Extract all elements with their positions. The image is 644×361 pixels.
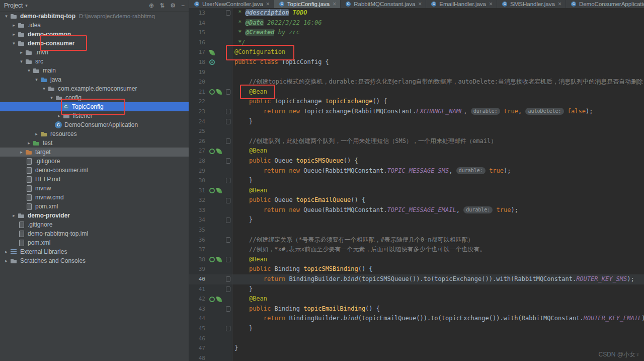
fold-marker-icon[interactable] [226,158,230,164]
line-number[interactable]: 24 [189,117,208,127]
line-number[interactable]: 14 [189,18,208,28]
code-text[interactable]: @Configuration [232,47,285,57]
line-number[interactable]: 32 [189,195,208,205]
spring-gear-icon[interactable] [209,59,215,65]
line-number[interactable]: 20 [189,77,208,87]
tree-item-pom-xml[interactable]: pom.xml [0,202,189,211]
code-text[interactable]: @Bean [232,87,267,97]
editor-tab[interactable]: CRabbitMQConstant.java× [341,0,426,8]
tree-expand-arrow-icon[interactable]: ▸ [11,213,17,218]
editor-tab[interactable]: CTopicConfig.java× [274,0,341,8]
code-text[interactable] [232,126,234,136]
bean-nav-icon[interactable] [209,257,215,262]
bean-nav-icon[interactable] [209,149,215,154]
tree-item-resources[interactable]: ▸resources [0,129,189,138]
line-number[interactable]: 44 [189,314,208,324]
tree-expand-arrow-icon[interactable]: ▸ [33,131,40,136]
line-number[interactable]: 42 [189,294,208,304]
code-text[interactable]: } [232,117,253,127]
editor-tab[interactable]: CSMSHandler.java× [497,0,566,8]
code-text[interactable]: public Queue topicEmailQueue() { [232,195,365,205]
code-text[interactable]: return new Queue(RabbitMQConstant.TOPIC_… [232,166,511,176]
tree-item-pom-xml[interactable]: pom.xml [0,238,189,247]
tree-item-demo-consumer[interactable]: ▾demo-consumer [0,39,189,48]
tree-item-main[interactable]: ▾main [0,66,189,75]
fold-marker-icon[interactable] [226,276,230,282]
editor-tab[interactable]: CEmailHandler.java× [426,0,497,8]
editor-tab[interactable]: CUserNewController.java× [189,0,274,8]
line-number[interactable]: 43 [189,304,208,314]
code-text[interactable]: @Bean [232,146,267,156]
fold-marker-icon[interactable] [226,89,230,95]
code-text[interactable]: //例如，*x#,表示x前面至少要有一个元素，后面可以随便有多少个也可以一个也没… [232,245,486,255]
tab-close-icon[interactable]: × [489,1,493,8]
tab-close-icon[interactable]: × [333,1,336,8]
chevron-down-icon[interactable]: ▾ [25,3,28,8]
fold-marker-icon[interactable] [226,306,230,312]
code-text[interactable]: public Binding topicEmailBinding() { [232,304,380,314]
code-text[interactable]: } [232,324,253,334]
line-number[interactable]: 38 [189,255,208,265]
spring-leaf-icon[interactable] [216,149,222,154]
tree-expand-arrow-icon[interactable]: ▾ [3,14,10,19]
spring-leaf-icon[interactable] [216,297,222,302]
hide-panel-icon[interactable]: − [181,2,185,9]
tree-item-demo-provider[interactable]: ▸demo-provider [0,211,189,220]
tree-item-demo-common[interactable]: ▸demo-common [0,30,189,39]
fold-marker-icon[interactable] [226,10,230,16]
fold-marker-icon[interactable] [226,198,230,203]
code-text[interactable]: @Bean [232,186,267,196]
code-text[interactable]: * @Date 2022/3/22 16:06 [232,18,321,28]
code-text[interactable]: //创建绑定关系（*号表示必须要有一个相匹配，#表示随便几个0-n都可以相匹配） [232,235,473,245]
code-text[interactable]: * @Created by zrc [232,28,300,38]
fold-marker-icon[interactable] [226,178,230,183]
line-number[interactable]: 22 [189,97,208,107]
line-number[interactable]: 48 [189,353,208,361]
line-number[interactable]: 41 [189,284,208,295]
line-number[interactable]: 15 [189,28,208,38]
code-text[interactable]: @Bean [232,255,267,265]
tree-item-mvnw-cmd[interactable]: mvnw.cmd [0,193,189,202]
code-text[interactable]: public Binding topicSMSBinding() { [232,264,373,274]
code-text[interactable]: } [232,215,253,225]
fold-marker-icon[interactable] [226,286,230,292]
tree-expand-arrow-icon[interactable]: ▾ [41,86,47,91]
tree-item--idea[interactable]: ▸.idea [0,21,189,30]
tree-item-demo-rabbitmq-top[interactable]: ▾demo-rabbitmq-topD:\javaproject\demo-ra… [0,12,189,21]
fold-marker-icon[interactable] [226,218,230,223]
line-number[interactable]: 27 [189,146,208,156]
tree-item-scratches-and-consoles[interactable]: ▸Scratches and Consoles [0,256,189,265]
line-number[interactable]: 25 [189,126,208,136]
fold-marker-icon[interactable] [226,119,230,124]
code-text[interactable]: } [232,176,253,186]
tree-item-topicconfig[interactable]: CTopicConfig [0,102,189,111]
line-number[interactable]: 17 [189,47,208,57]
tree-item-listener[interactable]: ▸listener [0,111,189,120]
tree-item--gitignore[interactable]: .gitignore [0,220,189,229]
line-number[interactable]: 28 [189,156,208,166]
code-text[interactable]: } [232,343,238,353]
project-selector[interactable]: Project [4,2,23,9]
fold-marker-icon[interactable] [226,237,230,243]
tree-expand-arrow-icon[interactable]: ▸ [3,258,10,263]
code-text[interactable] [232,225,234,235]
line-number[interactable]: 33 [189,205,208,215]
bean-nav-icon[interactable] [209,297,215,302]
tree-item-demo-rabbitmq-top-iml[interactable]: demo-rabbitmq-top.iml [0,229,189,238]
code-text[interactable]: return BindingBuilder.bind(topicEmailQue… [232,314,644,324]
code-text[interactable]: public TopicExchange topicExchange() { [232,97,387,107]
code-text[interactable] [232,67,234,78]
tree-item-external-libraries[interactable]: ▸External Libraries [0,247,189,256]
tree-expand-arrow-icon[interactable]: ▸ [11,32,17,37]
line-number[interactable]: 34 [189,215,208,225]
tree-item-config[interactable]: ▾config [0,93,189,102]
tree-expand-arrow-icon[interactable]: ▸ [26,140,32,146]
code-text[interactable]: } [232,284,253,295]
tree-expand-arrow-icon[interactable]: ▸ [18,150,25,155]
line-number[interactable]: 30 [189,176,208,186]
spring-leaf-icon[interactable] [216,257,222,262]
bean-nav-icon[interactable] [209,89,215,95]
tree-expand-arrow-icon[interactable]: ▸ [18,50,25,55]
code-text[interactable] [232,353,234,361]
tree-item-help-md[interactable]: HELP.md [0,175,189,184]
